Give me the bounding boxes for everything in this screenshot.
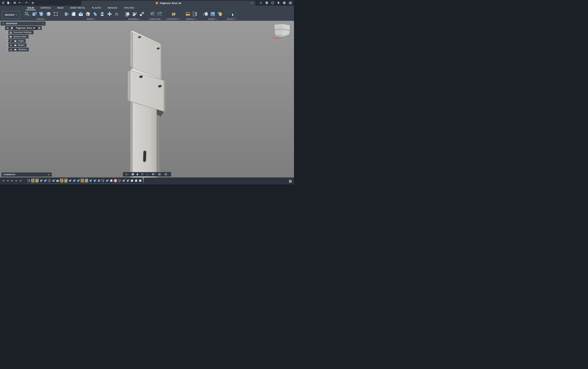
workspace-selector[interactable]: DESIGN xyxy=(2,11,20,19)
timeline-feature-sketch[interactable] xyxy=(101,178,105,183)
section-analysis-tool[interactable] xyxy=(192,10,198,18)
add-comment-button[interactable] xyxy=(48,174,50,176)
measure-tool[interactable] xyxy=(184,10,191,18)
browser-item[interactable]: Sketches xyxy=(9,48,29,51)
timeline-feature-extrude[interactable] xyxy=(72,178,76,183)
configuration-table-tool[interactable] xyxy=(156,10,163,18)
group-dropdown-construct[interactable]: CONSTRUCT xyxy=(166,18,181,20)
new-document-tab-button[interactable] xyxy=(259,1,263,4)
tab-solid[interactable]: SOLID xyxy=(24,6,37,10)
timeline-feature-extrude[interactable] xyxy=(68,178,72,183)
timeline-feature-extrude[interactable] xyxy=(51,178,55,183)
visibility-on-button[interactable] xyxy=(5,27,10,29)
split-body-tool[interactable] xyxy=(99,10,106,18)
redo-button[interactable] xyxy=(24,1,30,5)
visibility-on-button[interactable] xyxy=(9,44,13,47)
browser-item[interactable]: Bodies xyxy=(9,43,27,47)
timeline-feature-sketch[interactable] xyxy=(60,178,63,183)
group-dropdown-configure[interactable]: CONFIGURE xyxy=(149,18,163,20)
timeline-feature-sketch[interactable] xyxy=(27,178,30,183)
timeline-feature-sketch[interactable] xyxy=(31,178,35,183)
chevron-right-icon[interactable] xyxy=(6,35,8,38)
new-component-tool[interactable] xyxy=(131,10,138,18)
pan-button[interactable] xyxy=(135,172,140,176)
timeline-feature-sketch[interactable] xyxy=(47,178,51,183)
viewcube[interactable]: RIGHT BACK BOTTOM X Y xyxy=(272,24,294,41)
timeline-feature-fillet[interactable] xyxy=(113,178,117,183)
model-body[interactable] xyxy=(128,31,165,178)
timeline-feature-fillet[interactable] xyxy=(130,178,134,183)
go-to-end-button[interactable] xyxy=(19,179,22,182)
timeline-feature-extrude[interactable] xyxy=(39,178,43,183)
browser-item[interactable]: Named Views xyxy=(9,35,29,39)
chevron-down-icon[interactable] xyxy=(10,3,11,4)
timeline-feature-sketch[interactable] xyxy=(81,178,84,183)
timeline-feature-extrude[interactable] xyxy=(126,178,130,183)
step-back-button[interactable] xyxy=(6,179,9,182)
insert-tool[interactable] xyxy=(124,10,131,18)
file-menu-button[interactable] xyxy=(6,1,11,5)
browser-item-label[interactable]: Origin xyxy=(17,40,26,42)
derive-tool[interactable] xyxy=(202,10,209,18)
chevron-down-icon[interactable] xyxy=(2,27,5,29)
chevron-down-icon[interactable] xyxy=(168,174,169,175)
timeline-feature-extrude[interactable] xyxy=(76,178,80,183)
save-button[interactable] xyxy=(13,1,17,5)
shell-tool[interactable] xyxy=(84,10,91,18)
move-copy-tool[interactable] xyxy=(106,10,113,18)
group-dropdown-assemble[interactable]: ASSEMBLE xyxy=(128,18,141,20)
display-settings-button[interactable] xyxy=(151,172,157,176)
timeline-feature-extrude[interactable] xyxy=(85,178,88,183)
timeline-feature-extrude[interactable] xyxy=(35,178,39,183)
look-at-button[interactable] xyxy=(131,172,135,176)
minimize-panel-icon[interactable] xyxy=(41,22,44,25)
joint-tool[interactable] xyxy=(138,10,145,18)
timeline-feature-sketch[interactable] xyxy=(118,178,121,183)
viewports-button[interactable] xyxy=(163,172,170,176)
browser-item-label[interactable]: Named Views xyxy=(13,35,29,38)
revolve-tool[interactable] xyxy=(38,10,45,18)
chevron-right-icon[interactable] xyxy=(6,48,8,51)
timeline-feature-fillet[interactable] xyxy=(109,178,113,183)
chamfer-tool[interactable] xyxy=(77,10,84,18)
comments-bar[interactable]: COMMENTS xyxy=(1,173,52,177)
combine-tool[interactable] xyxy=(92,10,99,18)
home-button[interactable] xyxy=(31,1,35,5)
browser-item[interactable]: Document Settings xyxy=(9,31,33,34)
group-dropdown-select[interactable]: SELECT xyxy=(227,18,237,20)
browser-item[interactable]: Origin xyxy=(9,39,26,43)
tab-utilities[interactable]: UTILITIES xyxy=(121,6,137,10)
timeline-feature-extrude[interactable] xyxy=(93,178,96,183)
canvas-tool[interactable] xyxy=(209,10,216,18)
timeline-feature-extrude[interactable] xyxy=(89,178,92,183)
construction-plane-tool[interactable] xyxy=(170,10,177,18)
undo-button[interactable] xyxy=(18,1,23,5)
zoom-button[interactable] xyxy=(140,172,144,176)
browser-item-label[interactable]: Document Settings xyxy=(13,31,33,33)
user-avatar[interactable]: JH xyxy=(288,1,292,5)
help-button[interactable] xyxy=(283,1,286,4)
close-document-tab-button[interactable] xyxy=(251,2,253,5)
group-dropdown-insert[interactable]: INSERT xyxy=(208,18,217,20)
chevron-down-icon[interactable] xyxy=(28,3,29,4)
chevron-right-icon[interactable] xyxy=(6,44,8,47)
rectangular-pattern-tool[interactable] xyxy=(52,10,59,18)
fillet-tool[interactable] xyxy=(70,10,77,18)
share-upload-button[interactable] xyxy=(265,1,268,4)
tab-manage[interactable]: MANAGE xyxy=(104,6,121,10)
browser-item-label[interactable]: Sketches xyxy=(17,48,29,51)
hole-tool[interactable] xyxy=(45,10,52,18)
chevron-down-icon[interactable] xyxy=(155,174,156,175)
visibility-on-button[interactable] xyxy=(9,48,13,51)
step-forward-button[interactable] xyxy=(15,179,18,182)
tab-mesh[interactable]: MESH xyxy=(54,6,67,10)
chevron-down-icon[interactable] xyxy=(149,174,150,175)
orbit-button[interactable] xyxy=(124,172,131,176)
application-menu-button[interactable] xyxy=(1,1,5,5)
timeline-feature-extrude[interactable] xyxy=(122,178,125,183)
group-dropdown-modify[interactable]: MODIFY xyxy=(87,18,96,20)
timeline-feature-extrude[interactable] xyxy=(43,178,47,183)
configuration-tool[interactable] xyxy=(149,10,156,18)
tab-sheet-metal[interactable]: SHEET METAL xyxy=(67,6,89,10)
chevron-down-icon[interactable] xyxy=(22,3,23,4)
